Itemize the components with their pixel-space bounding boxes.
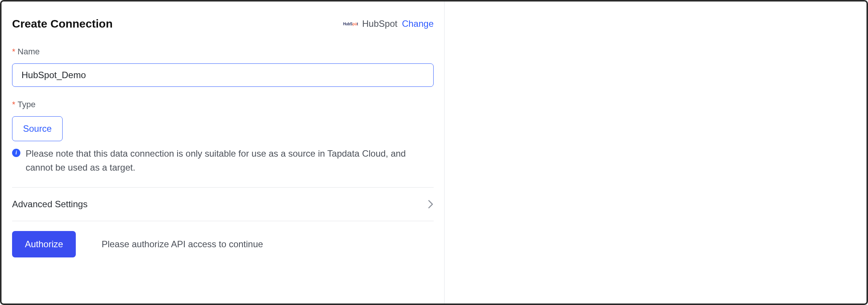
name-field: * Name (12, 47, 434, 87)
app-frame: Create Connection HubSpȯt HubSpot Change… (0, 0, 868, 305)
authorize-row: Authorize Please authorize API access to… (12, 221, 434, 257)
right-panel (460, 2, 866, 303)
type-source-chip[interactable]: Source (12, 116, 63, 141)
type-label: * Type (12, 100, 434, 109)
header-row: Create Connection HubSpȯt HubSpot Change (12, 17, 434, 30)
left-panel: Create Connection HubSpȯt HubSpot Change… (2, 2, 445, 303)
info-icon: i (12, 149, 20, 157)
name-input[interactable] (12, 63, 434, 87)
chevron-right-icon (428, 199, 434, 209)
page-title: Create Connection (12, 17, 113, 30)
name-label-text: Name (18, 47, 40, 57)
type-label-text: Type (18, 100, 36, 109)
type-note: i Please note that this data connection … (12, 146, 434, 174)
required-marker: * (12, 47, 15, 57)
brand-name: HubSpot (362, 18, 397, 29)
brand-row: HubSpȯt HubSpot Change (344, 18, 434, 29)
type-note-text: Please note that this data connection is… (26, 146, 434, 174)
name-label: * Name (12, 47, 434, 57)
hubspot-logo-icon: HubSpȯt (344, 20, 358, 28)
authorize-button[interactable]: Authorize (12, 231, 76, 257)
change-link[interactable]: Change (402, 18, 434, 29)
advanced-settings-label: Advanced Settings (12, 199, 87, 209)
advanced-settings-row[interactable]: Advanced Settings (12, 188, 434, 221)
required-marker: * (12, 100, 15, 109)
authorize-hint: Please authorize API access to continue (101, 239, 263, 250)
type-field: * Type Source i Please note that this da… (12, 100, 434, 174)
